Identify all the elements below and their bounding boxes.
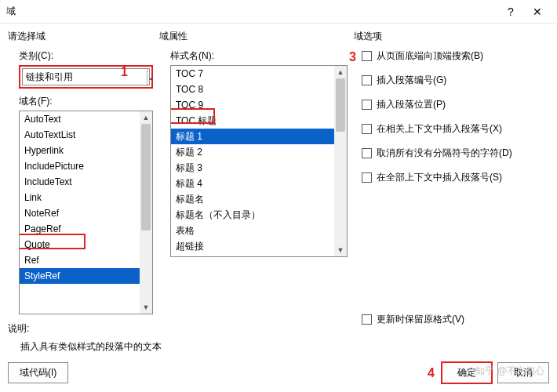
list-item[interactable]: 标题 1 <box>171 129 334 144</box>
list-item[interactable]: AutoTextList <box>20 127 140 143</box>
field-properties-header: 域属性 <box>159 30 348 43</box>
list-item[interactable]: 标题名（不入目录） <box>171 207 334 223</box>
list-item[interactable]: TOC 标题 <box>171 113 334 129</box>
callout-3: 3 <box>349 50 356 64</box>
list-item[interactable]: 表格 <box>171 223 334 238</box>
list-item[interactable]: 标题 3 <box>171 160 334 176</box>
stylename-listbox[interactable]: TOC 7TOC 8TOC 9TOC 标题标题 1标题 2标题 3标题 4标题名… <box>170 65 348 257</box>
list-item[interactable]: 标题 4 <box>171 176 334 191</box>
scroll-up-icon[interactable]: ▲ <box>140 111 152 124</box>
list-item[interactable]: 段 <box>171 254 334 256</box>
option-label: 插入段落编号(G) <box>377 74 446 87</box>
option-checkbox[interactable]: 取消所有没有分隔符号的字符(D) <box>362 147 549 160</box>
category-combo[interactable]: ⌄ <box>22 68 150 85</box>
option-checkbox[interactable]: 从页面底端向顶端搜索(B) <box>362 49 549 63</box>
callout-1: 1 <box>121 65 128 79</box>
option-checkbox[interactable]: 在全部上下文中插入段落号(S) <box>362 171 549 184</box>
description-text: 插入具有类似样式的段落中的文本 <box>20 340 549 354</box>
checkbox-icon <box>362 75 372 85</box>
chevron-down-icon[interactable]: ⌄ <box>147 69 154 85</box>
list-item[interactable]: NoteRef <box>20 205 140 221</box>
fieldname-label: 域名(F): <box>19 95 153 108</box>
option-label: 插入段落位置(P) <box>377 98 446 111</box>
scroll-up-icon[interactable]: ▲ <box>334 66 347 78</box>
list-item[interactable]: Link <box>20 190 140 205</box>
list-item[interactable]: StyleRef <box>20 268 140 284</box>
option-label: 在全部上下文中插入段落号(S) <box>377 171 502 184</box>
scroll-thumb[interactable] <box>336 78 345 132</box>
field-codes-button[interactable]: 域代码(I) <box>8 362 68 383</box>
cancel-button[interactable]: 取消 <box>497 362 549 383</box>
option-label: 在相关上下文中插入段落号(X) <box>377 122 502 136</box>
dialog-body: 请选择域 类别(C): 1 ⌄ 域名(F): 2 AutoTextAutoTex… <box>0 24 557 337</box>
window-title: 域 <box>6 5 16 18</box>
option-checkbox[interactable]: 插入段落编号(G) <box>362 74 549 87</box>
list-item[interactable]: 标题名 <box>171 191 334 207</box>
stylename-label: 样式名(N): <box>170 49 348 63</box>
help-button[interactable]: ? <box>497 3 524 20</box>
checkbox-icon <box>362 172 372 183</box>
list-item[interactable]: IncludeText <box>20 174 140 190</box>
category-input[interactable] <box>23 69 147 85</box>
checkbox-icon <box>362 124 372 134</box>
close-button[interactable]: ✕ <box>524 3 551 20</box>
scroll-down-icon[interactable]: ▼ <box>334 244 347 256</box>
description-label: 说明: <box>8 322 549 336</box>
callout-4: 4 <box>428 366 435 380</box>
checkbox-icon <box>362 100 372 110</box>
option-checkbox[interactable]: 插入段落位置(P) <box>362 98 549 111</box>
checkbox-icon <box>362 148 372 158</box>
list-item[interactable]: TOC 8 <box>171 82 334 97</box>
scrollbar[interactable]: ▲ ▼ <box>334 66 347 256</box>
option-label: 从页面底端向顶端搜索(B) <box>377 49 483 63</box>
list-item[interactable]: TOC 9 <box>171 97 334 113</box>
ok-button[interactable]: 确定 <box>441 361 493 384</box>
scrollbar[interactable]: ▲ ▼ <box>140 111 152 314</box>
list-item[interactable]: Ref <box>20 252 140 268</box>
field-options-header: 域选项 <box>354 30 549 43</box>
select-field-panel: 请选择域 类别(C): 1 ⌄ 域名(F): 2 AutoTextAutoTex… <box>8 28 153 337</box>
select-field-header: 请选择域 <box>8 30 153 43</box>
field-properties-panel: 域属性 样式名(N): 3 TOC 7TOC 8TOC 9TOC 标题标题 1标… <box>159 28 348 337</box>
titlebar: 域 ? ✕ <box>0 0 557 24</box>
list-item[interactable]: Hyperlink <box>20 143 140 158</box>
category-combo-wrap: 1 ⌄ <box>19 65 153 89</box>
option-label: 取消所有没有分隔符号的字符(D) <box>377 147 512 160</box>
fieldname-listbox[interactable]: 2 AutoTextAutoTextListHyperlinkIncludePi… <box>19 111 153 314</box>
list-item[interactable]: PageRef <box>20 221 140 237</box>
list-item[interactable]: IncludePicture <box>20 158 140 174</box>
callout-2: 2 <box>76 111 83 114</box>
footer: 说明: 插入具有类似样式的段落中的文本 域代码(I) 4 确定 取消 <box>0 316 557 392</box>
category-label: 类别(C): <box>19 49 153 63</box>
scroll-thumb[interactable] <box>141 124 151 230</box>
list-item[interactable]: 超链接 <box>171 238 334 254</box>
option-checkbox[interactable]: 在相关上下文中插入段落号(X) <box>362 122 549 136</box>
field-options-panel: 域选项 从页面底端向顶端搜索(B)插入段落编号(G)插入段落位置(P)在相关上下… <box>354 28 549 337</box>
scroll-down-icon[interactable]: ▼ <box>140 301 152 314</box>
list-item[interactable]: Quote <box>20 237 140 252</box>
list-item[interactable]: TOC 7 <box>171 66 334 82</box>
checkbox-icon <box>362 51 372 61</box>
list-item[interactable]: 标题 2 <box>171 144 334 160</box>
